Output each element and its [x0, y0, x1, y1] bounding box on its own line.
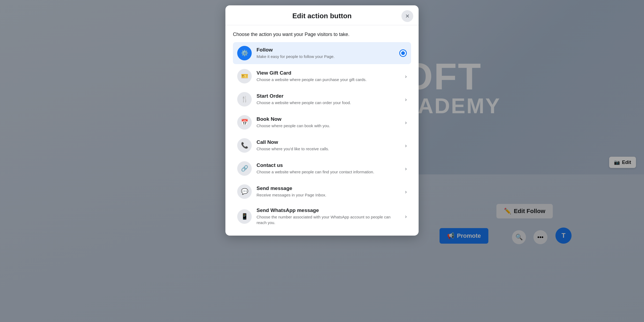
- call-now-text: Call Now Choose where you'd like to rece…: [257, 139, 400, 152]
- contact-us-text: Contact us Choose a website where people…: [257, 162, 400, 175]
- book-now-title: Book Now: [257, 116, 400, 122]
- gift-card-title: View Gift Card: [257, 70, 400, 76]
- send-message-desc: Receive messages in your Page Inbox.: [257, 192, 400, 198]
- book-now-desc: Choose where people can book with you.: [257, 123, 400, 129]
- link-icon: 🔗: [241, 165, 248, 172]
- send-whatsapp-chevron: ›: [405, 213, 407, 219]
- action-item-book-now[interactable]: 📅 Book Now Choose where people can book …: [233, 111, 411, 133]
- send-whatsapp-title: Send WhatsApp message: [257, 207, 400, 213]
- calendar-icon: 📅: [241, 119, 248, 126]
- utensils-icon-wrap: 🍴: [237, 92, 252, 107]
- modal-title: Edit action button: [292, 12, 352, 20]
- gift-icon: 🎫: [241, 73, 248, 80]
- link-icon-wrap: 🔗: [237, 161, 252, 176]
- book-now-chevron: ›: [405, 119, 407, 126]
- phone-icon: 📞: [241, 142, 248, 149]
- action-item-start-order[interactable]: 🍴 Start Order Choose a website where peo…: [233, 88, 411, 110]
- modal-overlay: Edit action button ✕ Choose the action y…: [0, 0, 644, 322]
- send-whatsapp-desc: Choose the number associated with your W…: [257, 214, 400, 225]
- follow-radio-selected: [399, 49, 407, 57]
- gift-card-chevron: ›: [405, 73, 407, 79]
- gift-icon-wrap: 🎫: [237, 69, 252, 83]
- modal-body: Choose the action you want your Page vis…: [225, 25, 419, 236]
- action-list: ⚙️ Follow Make it easy for people to fol…: [233, 42, 411, 229]
- modal-header: Edit action button ✕: [225, 5, 419, 25]
- contact-us-title: Contact us: [257, 162, 400, 168]
- gear-icon: ⚙️: [241, 50, 248, 57]
- start-order-title: Start Order: [257, 93, 400, 99]
- send-whatsapp-text: Send WhatsApp message Choose the number …: [257, 207, 400, 225]
- follow-icon-wrap: ⚙️: [237, 46, 252, 60]
- send-message-title: Send message: [257, 185, 400, 191]
- gift-card-desc: Choose a website where people can purcha…: [257, 77, 400, 82]
- phone-icon-wrap: 📞: [237, 138, 252, 153]
- start-order-chevron: ›: [405, 96, 407, 103]
- modal-subtitle: Choose the action you want your Page vis…: [233, 32, 411, 37]
- start-order-text: Start Order Choose a website where peopl…: [257, 93, 400, 105]
- call-now-title: Call Now: [257, 139, 400, 145]
- close-icon: ✕: [405, 13, 410, 19]
- action-item-call-now[interactable]: 📞 Call Now Choose where you'd like to re…: [233, 134, 411, 156]
- whatsapp-icon-wrap: 📱: [237, 209, 252, 224]
- call-now-chevron: ›: [405, 142, 407, 149]
- action-item-send-message[interactable]: 💬 Send message Receive messages in your …: [233, 181, 411, 203]
- messenger-icon: 💬: [241, 188, 248, 195]
- gift-card-text: View Gift Card Choose a website where pe…: [257, 70, 400, 82]
- action-item-contact-us[interactable]: 🔗 Contact us Choose a website where peop…: [233, 158, 411, 180]
- whatsapp-icon: 📱: [241, 213, 248, 220]
- start-order-desc: Choose a website where people can order …: [257, 100, 400, 105]
- calendar-icon-wrap: 📅: [237, 115, 252, 130]
- action-item-send-whatsapp[interactable]: 📱 Send WhatsApp message Choose the numbe…: [233, 204, 411, 229]
- send-message-chevron: ›: [405, 189, 407, 195]
- utensils-icon: 🍴: [241, 96, 248, 103]
- contact-us-chevron: ›: [405, 166, 407, 172]
- action-item-follow[interactable]: ⚙️ Follow Make it easy for people to fol…: [233, 42, 411, 64]
- follow-desc: Make it easy for people to follow your P…: [257, 54, 394, 59]
- follow-title: Follow: [257, 47, 394, 53]
- action-item-view-gift-card[interactable]: 🎫 View Gift Card Choose a website where …: [233, 65, 411, 87]
- send-message-text: Send message Receive messages in your Pa…: [257, 185, 400, 198]
- messenger-icon-wrap: 💬: [237, 184, 252, 199]
- book-now-text: Book Now Choose where people can book wi…: [257, 116, 400, 129]
- follow-text: Follow Make it easy for people to follow…: [257, 47, 394, 59]
- modal-close-button[interactable]: ✕: [401, 10, 413, 22]
- contact-us-desc: Choose a website where people can find y…: [257, 169, 400, 175]
- call-now-desc: Choose where you'd like to receive calls…: [257, 146, 400, 152]
- edit-action-button-modal: Edit action button ✕ Choose the action y…: [225, 5, 419, 236]
